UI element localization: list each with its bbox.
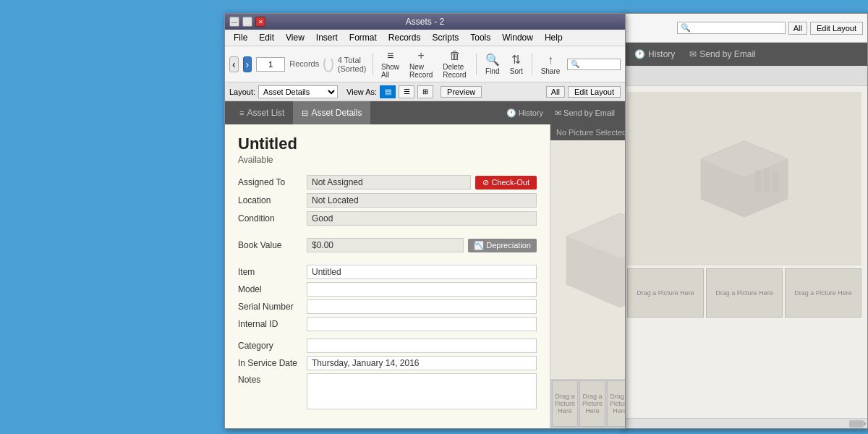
- book-value-value[interactable]: $0.00: [307, 238, 464, 252]
- location-value[interactable]: Not Located: [307, 193, 537, 208]
- depreciation-btn[interactable]: 📉 Depreciation: [468, 239, 537, 252]
- model-value[interactable]: [307, 282, 537, 297]
- menu-window[interactable]: Window: [496, 31, 539, 44]
- asset-status: Available: [238, 155, 537, 165]
- maximize-btn[interactable]: □: [242, 17, 252, 27]
- assigned-to-label: Assigned To: [238, 177, 307, 187]
- book-value-row: Book Value $0.00 📉 Depreciation: [238, 238, 537, 252]
- delete-record-btn[interactable]: 🗑 Delete Record: [440, 48, 470, 80]
- search-icon: 🔍: [681, 23, 691, 33]
- view-form-btn[interactable]: ▤: [380, 85, 396, 98]
- item-label: Item: [238, 267, 307, 277]
- layout-select[interactable]: Asset Details: [258, 85, 338, 98]
- new-record-btn[interactable]: + New Record: [407, 48, 435, 80]
- layout-label: Layout:: [229, 88, 255, 96]
- show-all-icon: ≡: [387, 49, 393, 62]
- share-btn[interactable]: ↑ Share: [538, 52, 563, 77]
- tab-bar: ≡ Asset List ⊟ Asset Details 🕐 History ✉…: [225, 101, 625, 124]
- tab-asset-list[interactable]: ≡ Asset List: [231, 101, 293, 124]
- category-row: Category: [238, 339, 537, 353]
- content-area: Untitled Available Assigned To Not Assig…: [225, 124, 625, 428]
- serial-number-value[interactable]: [307, 299, 537, 314]
- window-titlebar: — □ ✕ Assets - 2: [225, 14, 625, 30]
- share-icon: ↑: [548, 54, 553, 67]
- edit-layout-btn[interactable]: Edit Layout: [568, 86, 621, 98]
- internal-id-value[interactable]: [307, 317, 537, 331]
- bg-tab-history[interactable]: 🕐 History: [627, 43, 682, 66]
- bg-thumb-1[interactable]: Drag a Picture Here: [627, 268, 704, 318]
- right-picture-panel: No Picture Selected Drag a Picture Here: [550, 124, 625, 428]
- menu-records[interactable]: Records: [383, 31, 427, 44]
- condition-value[interactable]: Good: [307, 211, 537, 226]
- find-btn[interactable]: 🔍 Find: [482, 51, 503, 77]
- box-icon-bg: [697, 137, 791, 221]
- picture-main-area[interactable]: [550, 140, 625, 379]
- view-list-btn[interactable]: ☰: [399, 85, 414, 98]
- bg-search-input[interactable]: [691, 24, 782, 33]
- condition-row: Condition Good: [238, 211, 537, 226]
- bg-edit-layout-btn[interactable]: Edit Layout: [810, 22, 863, 35]
- toolbar-search-input[interactable]: [579, 60, 617, 69]
- checkout-btn[interactable]: ⊘ Check-Out: [475, 176, 537, 190]
- bg-all-btn[interactable]: All: [788, 22, 807, 35]
- book-value-label: Book Value: [238, 240, 307, 250]
- tab-asset-details[interactable]: ⊟ Asset Details: [293, 101, 370, 124]
- menu-view[interactable]: View: [280, 31, 310, 44]
- category-label: Category: [238, 341, 307, 351]
- tab-actions: 🕐 History ✉ Send by Email: [502, 107, 619, 119]
- nav-back-btn[interactable]: ‹: [229, 56, 239, 72]
- bg-main-image: [627, 92, 861, 265]
- close-btn[interactable]: ✕: [255, 17, 265, 27]
- bg-tab-email[interactable]: ✉ Send by Email: [682, 43, 762, 66]
- thumb-2[interactable]: Drag a Picture Here: [579, 380, 605, 427]
- bg-scrollbar-h[interactable]: ›: [621, 418, 867, 428]
- view-as-label: View As:: [346, 88, 377, 96]
- bg-tab-bar: 🕐 History ✉ Send by Email: [621, 43, 867, 66]
- picture-header: No Picture Selected: [550, 124, 625, 140]
- email-action-btn[interactable]: ✉ Send by Email: [550, 107, 619, 119]
- notes-input[interactable]: [307, 373, 537, 409]
- window-controls: — □ ✕: [229, 17, 265, 27]
- menu-edit[interactable]: Edit: [253, 31, 280, 44]
- menu-bar: File Edit View Insert Format Records Scr…: [225, 30, 625, 46]
- nav-forward-btn[interactable]: ›: [243, 56, 252, 72]
- bg-toolbar: 🔍 All Edit Layout: [621, 14, 867, 43]
- email-tab-icon: ✉: [555, 109, 561, 118]
- menu-tools[interactable]: Tools: [464, 31, 496, 44]
- menu-file[interactable]: File: [228, 31, 253, 44]
- svg-rect-3: [755, 170, 761, 192]
- category-value[interactable]: [307, 339, 537, 353]
- history-icon: 🕐: [634, 49, 645, 59]
- minimize-btn[interactable]: —: [229, 17, 239, 27]
- view-table-btn[interactable]: ⊞: [417, 85, 433, 98]
- checkout-icon: ⊘: [482, 178, 489, 187]
- show-all-btn[interactable]: ≡ Show All: [378, 48, 402, 80]
- toolbar-search-box[interactable]: 🔍: [567, 59, 621, 70]
- menu-help[interactable]: Help: [539, 31, 569, 44]
- item-value[interactable]: Untitled: [307, 265, 537, 279]
- notes-row: Notes: [238, 373, 537, 409]
- sort-btn[interactable]: ⇅ Sort: [507, 51, 526, 77]
- history-tab-icon: 🕐: [506, 109, 516, 118]
- preview-btn[interactable]: Preview: [441, 86, 482, 98]
- toolbar: ‹ › 1 Records 4 Total (Sorted) ≡ Show Al…: [225, 46, 625, 82]
- email-icon: ✉: [689, 49, 697, 59]
- thumb-3[interactable]: Drag a Picture Here: [607, 380, 625, 427]
- bg-thumb-2[interactable]: Drag a Picture Here: [706, 268, 783, 318]
- assigned-to-value[interactable]: Not Assigned: [307, 175, 471, 190]
- menu-insert[interactable]: Insert: [310, 31, 344, 44]
- toolbar-sep-1: [373, 54, 373, 75]
- in-service-date-row: In Service Date Thursday, January 14, 20…: [238, 356, 537, 370]
- menu-format[interactable]: Format: [344, 31, 383, 44]
- bg-search-box[interactable]: 🔍: [677, 22, 786, 34]
- history-action-btn[interactable]: 🕐 History: [502, 107, 548, 119]
- menu-scripts[interactable]: Scripts: [427, 31, 465, 44]
- assigned-to-row: Assigned To Not Assigned ⊘ Check-Out: [238, 175, 537, 190]
- all-btn[interactable]: All: [546, 86, 565, 98]
- serial-number-row: Serial Number: [238, 299, 537, 314]
- thumb-1[interactable]: Drag a Picture Here: [552, 380, 578, 427]
- record-number-input[interactable]: 1: [256, 57, 285, 72]
- bg-thumb-3[interactable]: Drag a Picture Here: [785, 268, 861, 318]
- condition-label: Condition: [238, 213, 307, 224]
- in-service-date-value[interactable]: Thursday, January 14, 2016: [307, 356, 537, 370]
